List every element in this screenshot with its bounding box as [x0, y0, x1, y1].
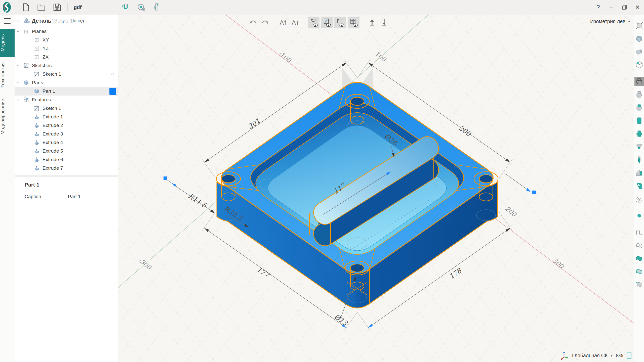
plane-icon — [34, 54, 39, 60]
restore-button[interactable] — [618, 2, 631, 12]
tree-item-label: Extrude 2 — [43, 123, 63, 128]
axis-label-200: 200 — [504, 205, 518, 218]
model-canvas[interactable]: 201 200 177 178 R11.5 R32.5 117 Ø26 Ø13 … — [118, 15, 634, 362]
tree-item-extrude-7[interactable]: Extrude 7 — [15, 164, 118, 172]
chips-swarf-button[interactable] — [634, 195, 644, 204]
dim-label-177[interactable]: 177 — [255, 265, 271, 280]
tree-item-parts[interactable]: Parts — [15, 78, 118, 87]
surface-solid-button[interactable] — [634, 254, 644, 263]
toggle-sketches-visibility[interactable] — [321, 17, 333, 28]
flag-surface-button[interactable] — [634, 280, 644, 289]
tree-item-zx[interactable]: ZX — [15, 53, 118, 61]
caliper-button[interactable] — [152, 3, 161, 12]
extrude-icon — [34, 148, 39, 154]
countersink-tool-button[interactable] — [634, 142, 644, 151]
tree-item-planes[interactable]: Planes — [15, 27, 118, 36]
import-button[interactable] — [367, 17, 377, 28]
axis-label-neg300: -300 — [137, 256, 153, 272]
spline-curve-button[interactable] — [634, 228, 644, 237]
point-button[interactable] — [634, 211, 644, 220]
tree-item-extrude-1[interactable]: Extrude 1 — [15, 113, 118, 121]
tree-item-sketches[interactable]: Sketches — [15, 61, 118, 70]
tab-model[interactable]: Модель — [0, 29, 15, 57]
tree-item-extrude-5[interactable]: Extrude 5 — [15, 147, 118, 155]
toggle-planes-visibility[interactable] — [308, 17, 319, 28]
fit-view-button[interactable] — [634, 21, 644, 30]
menu-icon[interactable] — [4, 18, 11, 24]
export-button[interactable] — [379, 17, 389, 28]
sketch-icon — [34, 71, 39, 77]
tab-technology[interactable]: Технология — [0, 57, 15, 93]
surface-outline-button[interactable] — [634, 267, 644, 276]
dim-label-178[interactable]: 178 — [448, 266, 463, 281]
close-button[interactable]: ✕ — [631, 2, 644, 12]
stepped-boss-outline-button[interactable] — [634, 77, 644, 86]
tree-item-extrude-6[interactable]: Extrude 6 — [15, 155, 118, 164]
new-file-button[interactable] — [22, 3, 30, 12]
app-logo-icon[interactable] — [3, 2, 11, 13]
tab-modeling[interactable]: Моделирование — [0, 93, 15, 140]
zoom-indicator-icon[interactable] — [627, 352, 631, 359]
open-file-button[interactable] — [37, 3, 46, 12]
zoom-percent[interactable]: 8% — [616, 353, 623, 358]
extrude-icon — [34, 131, 39, 137]
measure-tape-button[interactable] — [137, 3, 145, 12]
property-value[interactable]: Part 1 — [68, 194, 81, 199]
help-button[interactable]: ? — [592, 2, 605, 12]
dim-label-200[interactable]: 200 — [457, 124, 473, 138]
tree-item-features[interactable]: Features — [15, 96, 118, 104]
surface-mesh-button[interactable] — [634, 241, 644, 250]
tree-item-extrude-3[interactable]: Extrude 3 — [15, 130, 118, 138]
magnet-snap-button[interactable] — [121, 3, 130, 12]
sphere-view-button[interactable] — [634, 34, 644, 43]
chevron-down-icon[interactable] — [16, 81, 20, 85]
coordinate-system-dropdown[interactable]: Глобальная СК ▾ — [572, 353, 612, 358]
toggle-grid-visibility[interactable] — [348, 17, 359, 28]
extrude-icon — [34, 114, 39, 120]
decrease-text-button[interactable]: A — [290, 17, 300, 28]
dim-label-r11-5[interactable]: R11.5 — [187, 192, 209, 210]
titlebar: gdf ? – ✕ — [0, 0, 644, 15]
probe-machine-button[interactable] — [634, 168, 644, 177]
tree-item-part-1[interactable]: Part 1 — [15, 87, 118, 96]
cylinder-teal-button[interactable] — [634, 116, 644, 125]
dim-label-d13[interactable]: Ø13 — [333, 312, 349, 327]
redo-button[interactable] — [260, 17, 270, 28]
tree-item-extrude-4[interactable]: Extrude 4 — [15, 138, 118, 147]
tree-item-label: Extrude 4 — [43, 140, 63, 145]
chevron-down-icon[interactable] — [16, 98, 20, 102]
model-tree: Planes XY YZ ZX Sketches Sketch 1 — [15, 27, 118, 172]
tree-item-xy[interactable]: XY — [15, 36, 118, 44]
stepped-boss-teal-top-button[interactable] — [634, 103, 644, 112]
undo-button[interactable] — [248, 17, 258, 28]
back-button[interactable]: ← Назад — [61, 18, 84, 24]
stepped-teal-button[interactable] — [634, 129, 644, 138]
divider — [167, 3, 167, 11]
chevron-down-icon[interactable] — [16, 19, 20, 23]
drill-bit-button[interactable] — [634, 155, 644, 164]
machine-tool-button[interactable] — [634, 182, 644, 191]
extrude-icon — [34, 123, 39, 128]
increase-text-button[interactable]: A — [278, 17, 288, 28]
extrude-icon — [34, 140, 39, 145]
tree-item-yz[interactable]: YZ — [15, 44, 118, 53]
toggle-dimensions-visibility[interactable] — [334, 17, 346, 28]
chevron-down-icon[interactable] — [16, 64, 20, 68]
tree-item-feature-sketch-1[interactable]: Sketch 1 — [15, 104, 118, 113]
dim-label-201[interactable]: 201 — [247, 117, 262, 131]
tree-item-label: Part 1 — [43, 88, 55, 94]
part-icon — [34, 88, 39, 94]
tree-item-extrude-2[interactable]: Extrude 2 — [15, 121, 118, 130]
view-orientation-dropdown[interactable]: Изометрия лев. ▾ — [590, 19, 630, 24]
chevron-down-icon[interactable] — [16, 29, 20, 33]
part-color-swatch[interactable] — [109, 88, 116, 95]
view-cube-button[interactable] — [634, 60, 644, 69]
tree-item-sketch-1[interactable]: Sketch 1 — [15, 70, 118, 78]
properties-panel: Part 1 Caption Part 1 — [15, 177, 118, 199]
turned-part-button[interactable] — [634, 47, 644, 56]
stepped-boss-gray-button[interactable] — [634, 90, 644, 99]
viewport-3d[interactable]: 201 200 177 178 R11.5 R32.5 117 Ø26 Ø13 … — [118, 15, 634, 362]
save-button[interactable] — [53, 3, 61, 12]
visibility-dot-icon[interactable] — [111, 73, 114, 75]
minimize-button[interactable]: – — [605, 2, 618, 12]
